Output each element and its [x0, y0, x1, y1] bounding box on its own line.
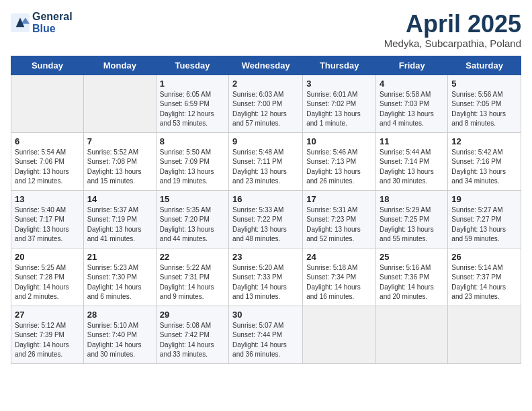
- day-number: 3: [306, 79, 372, 89]
- day-info: Sunrise: 5:10 AM Sunset: 7:40 PM Dayligh…: [87, 321, 152, 360]
- calendar-cell: 29Sunrise: 5:08 AM Sunset: 7:42 PM Dayli…: [156, 306, 228, 363]
- day-of-week-header: Saturday: [448, 56, 521, 75]
- calendar-cell: 10Sunrise: 5:46 AM Sunset: 7:13 PM Dayli…: [303, 132, 376, 190]
- calendar-cell: 19Sunrise: 5:27 AM Sunset: 7:27 PM Dayli…: [448, 190, 521, 248]
- calendar-cell: 8Sunrise: 5:50 AM Sunset: 7:09 PM Daylig…: [156, 132, 228, 190]
- day-info: Sunrise: 5:48 AM Sunset: 7:11 PM Dayligh…: [232, 148, 299, 187]
- day-of-week-header: Sunday: [11, 56, 84, 75]
- day-of-week-header: Monday: [83, 56, 156, 75]
- day-info: Sunrise: 5:35 AM Sunset: 7:20 PM Dayligh…: [160, 205, 225, 244]
- calendar-cell: 22Sunrise: 5:22 AM Sunset: 7:31 PM Dayli…: [156, 248, 228, 306]
- day-info: Sunrise: 5:25 AM Sunset: 7:28 PM Dayligh…: [15, 263, 80, 302]
- day-of-week-header: Thursday: [303, 56, 376, 75]
- calendar-cell: [11, 75, 84, 132]
- calendar-week-row: 6Sunrise: 5:54 AM Sunset: 7:06 PM Daylig…: [11, 132, 521, 190]
- day-info: Sunrise: 5:16 AM Sunset: 7:36 PM Dayligh…: [380, 263, 444, 302]
- calendar-cell: [448, 306, 521, 363]
- calendar-cell: 1Sunrise: 6:05 AM Sunset: 6:59 PM Daylig…: [156, 75, 228, 132]
- logo-line1: General: [32, 11, 73, 23]
- day-info: Sunrise: 6:03 AM Sunset: 7:00 PM Dayligh…: [232, 90, 299, 129]
- logo: General Blue: [11, 11, 73, 34]
- day-number: 21: [87, 252, 152, 262]
- day-info: Sunrise: 5:44 AM Sunset: 7:14 PM Dayligh…: [380, 148, 444, 187]
- calendar-cell: 2Sunrise: 6:03 AM Sunset: 7:00 PM Daylig…: [229, 75, 303, 132]
- calendar-cell: 30Sunrise: 5:07 AM Sunset: 7:44 PM Dayli…: [229, 306, 303, 363]
- day-number: 28: [87, 310, 152, 320]
- day-info: Sunrise: 5:37 AM Sunset: 7:19 PM Dayligh…: [87, 205, 152, 244]
- day-info: Sunrise: 5:18 AM Sunset: 7:34 PM Dayligh…: [306, 263, 372, 302]
- calendar-cell: 26Sunrise: 5:14 AM Sunset: 7:37 PM Dayli…: [448, 248, 521, 306]
- day-info: Sunrise: 5:58 AM Sunset: 7:03 PM Dayligh…: [380, 90, 444, 129]
- day-number: 30: [232, 310, 299, 320]
- calendar-cell: 16Sunrise: 5:33 AM Sunset: 7:22 PM Dayli…: [229, 190, 303, 248]
- day-number: 6: [15, 136, 80, 146]
- day-info: Sunrise: 5:42 AM Sunset: 7:16 PM Dayligh…: [451, 148, 517, 187]
- calendar-cell: 12Sunrise: 5:42 AM Sunset: 7:16 PM Dayli…: [448, 132, 521, 190]
- day-number: 17: [306, 194, 372, 204]
- calendar-cell: 23Sunrise: 5:20 AM Sunset: 7:33 PM Dayli…: [229, 248, 303, 306]
- calendar-week-row: 20Sunrise: 5:25 AM Sunset: 7:28 PM Dayli…: [11, 248, 521, 306]
- day-info: Sunrise: 5:46 AM Sunset: 7:13 PM Dayligh…: [306, 148, 372, 187]
- day-number: 9: [232, 136, 299, 146]
- day-number: 16: [232, 194, 299, 204]
- day-number: 24: [306, 252, 372, 262]
- calendar-cell: 21Sunrise: 5:23 AM Sunset: 7:30 PM Dayli…: [83, 248, 156, 306]
- calendar-cell: 6Sunrise: 5:54 AM Sunset: 7:06 PM Daylig…: [11, 132, 84, 190]
- logo-line2: Blue: [32, 23, 73, 35]
- day-info: Sunrise: 6:05 AM Sunset: 6:59 PM Dayligh…: [160, 90, 225, 129]
- calendar-cell: 25Sunrise: 5:16 AM Sunset: 7:36 PM Dayli…: [376, 248, 448, 306]
- calendar-cell: 3Sunrise: 6:01 AM Sunset: 7:02 PM Daylig…: [303, 75, 376, 132]
- day-number: 4: [380, 79, 444, 89]
- day-number: 7: [87, 136, 152, 146]
- day-info: Sunrise: 5:56 AM Sunset: 7:05 PM Dayligh…: [451, 90, 517, 129]
- day-info: Sunrise: 5:27 AM Sunset: 7:27 PM Dayligh…: [451, 205, 517, 244]
- calendar-cell: 4Sunrise: 5:58 AM Sunset: 7:03 PM Daylig…: [376, 75, 448, 132]
- calendar-cell: 18Sunrise: 5:29 AM Sunset: 7:25 PM Dayli…: [376, 190, 448, 248]
- day-info: Sunrise: 5:40 AM Sunset: 7:17 PM Dayligh…: [15, 205, 80, 244]
- day-number: 13: [15, 194, 80, 204]
- calendar-week-row: 1Sunrise: 6:05 AM Sunset: 6:59 PM Daylig…: [11, 75, 521, 132]
- calendar-cell: 7Sunrise: 5:52 AM Sunset: 7:08 PM Daylig…: [83, 132, 156, 190]
- day-info: Sunrise: 5:50 AM Sunset: 7:09 PM Dayligh…: [160, 148, 225, 187]
- calendar-cell: 27Sunrise: 5:12 AM Sunset: 7:39 PM Dayli…: [11, 306, 84, 363]
- location: Medyka, Subcarpathia, Poland: [384, 38, 521, 49]
- day-number: 27: [15, 310, 80, 320]
- day-info: Sunrise: 5:14 AM Sunset: 7:37 PM Dayligh…: [451, 263, 517, 302]
- day-number: 8: [160, 136, 225, 146]
- day-info: Sunrise: 5:31 AM Sunset: 7:23 PM Dayligh…: [306, 205, 372, 244]
- calendar-cell: 11Sunrise: 5:44 AM Sunset: 7:14 PM Dayli…: [376, 132, 448, 190]
- day-number: 18: [380, 194, 444, 204]
- day-number: 26: [451, 252, 517, 262]
- day-number: 5: [451, 79, 517, 89]
- calendar-header-row: SundayMondayTuesdayWednesdayThursdayFrid…: [11, 56, 521, 75]
- calendar-cell: [303, 306, 376, 363]
- calendar-cell: 15Sunrise: 5:35 AM Sunset: 7:20 PM Dayli…: [156, 190, 228, 248]
- day-info: Sunrise: 5:20 AM Sunset: 7:33 PM Dayligh…: [232, 263, 299, 302]
- calendar-cell: 9Sunrise: 5:48 AM Sunset: 7:11 PM Daylig…: [229, 132, 303, 190]
- calendar-cell: [376, 306, 448, 363]
- day-info: Sunrise: 5:12 AM Sunset: 7:39 PM Dayligh…: [15, 321, 80, 360]
- day-info: Sunrise: 5:08 AM Sunset: 7:42 PM Dayligh…: [160, 321, 225, 360]
- calendar-cell: 5Sunrise: 5:56 AM Sunset: 7:05 PM Daylig…: [448, 75, 521, 132]
- day-info: Sunrise: 5:23 AM Sunset: 7:30 PM Dayligh…: [87, 263, 152, 302]
- day-number: 25: [380, 252, 444, 262]
- calendar-table: SundayMondayTuesdayWednesdayThursdayFrid…: [11, 56, 521, 364]
- calendar-cell: 17Sunrise: 5:31 AM Sunset: 7:23 PM Dayli…: [303, 190, 376, 248]
- calendar-cell: 14Sunrise: 5:37 AM Sunset: 7:19 PM Dayli…: [83, 190, 156, 248]
- day-number: 10: [306, 136, 372, 146]
- day-number: 1: [160, 79, 225, 89]
- day-number: 15: [160, 194, 225, 204]
- calendar-cell: 20Sunrise: 5:25 AM Sunset: 7:28 PM Dayli…: [11, 248, 84, 306]
- day-number: 29: [160, 310, 225, 320]
- day-number: 22: [160, 252, 225, 262]
- title-block: April 2025 Medyka, Subcarpathia, Poland: [384, 11, 521, 49]
- calendar-cell: 28Sunrise: 5:10 AM Sunset: 7:40 PM Dayli…: [83, 306, 156, 363]
- day-number: 2: [232, 79, 299, 89]
- page-header: General Blue April 2025 Medyka, Subcarpa…: [11, 11, 521, 49]
- calendar-cell: 24Sunrise: 5:18 AM Sunset: 7:34 PM Dayli…: [303, 248, 376, 306]
- day-info: Sunrise: 5:33 AM Sunset: 7:22 PM Dayligh…: [232, 205, 299, 244]
- calendar-week-row: 27Sunrise: 5:12 AM Sunset: 7:39 PM Dayli…: [11, 306, 521, 363]
- day-of-week-header: Wednesday: [229, 56, 303, 75]
- calendar-cell: 13Sunrise: 5:40 AM Sunset: 7:17 PM Dayli…: [11, 190, 84, 248]
- day-info: Sunrise: 6:01 AM Sunset: 7:02 PM Dayligh…: [306, 90, 372, 129]
